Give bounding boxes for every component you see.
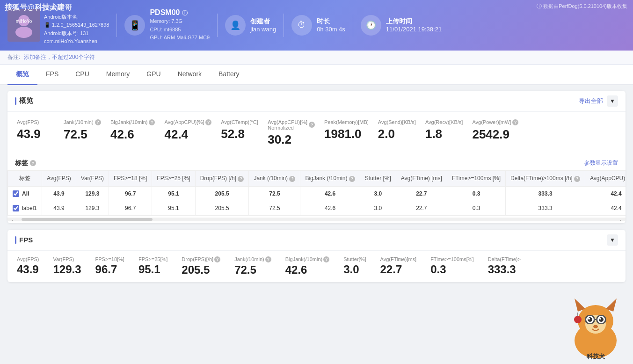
cell-jank: 72.5 [249, 186, 300, 201]
overview-stats-row: Avg(FPS) 43.9 Jank(/10min) ? 72.5 BigJan… [7, 112, 626, 154]
col-header-jank: Jank (/10min) ? [249, 170, 300, 186]
app-header: 搜狐号@科技犬建哥 miHoYo miHoYo Android版本名: 📱 1.… [0, 0, 633, 51]
params-settings-link[interactable]: 参数显示设置 [584, 159, 618, 167]
header-meta: ⓘ 数据由PerfDog(5.0.210104)版本收集 [537, 3, 627, 10]
upload-icon: 🕐 [361, 15, 381, 36]
duration-icon: ⏱ [291, 15, 312, 36]
tab-cpu[interactable]: CPU [67, 65, 98, 85]
cell-avg-fps: 43.9 [42, 186, 76, 201]
stat-appcpu: Avg(AppCPU)[%] ? 42.4 [164, 119, 211, 147]
notes-label: 备注: [7, 53, 20, 61]
col-header-label: 标签 [8, 170, 42, 186]
power-help-icon[interactable]: ? [512, 119, 518, 125]
fps-stat-delta-ftime: Delta(FTime)> 333.3 [488, 256, 521, 277]
labels-table-container[interactable]: 标签 Avg(FPS) Var(FPS) FPS>=18 [%] FPS>=25… [7, 170, 626, 216]
tab-network[interactable]: Network [169, 65, 210, 85]
creator-value: jian wang [250, 26, 276, 33]
android-version-label: Android版本名: [44, 13, 109, 22]
col-header-fps25: FPS>=25 [%] [152, 170, 195, 186]
watermark-text: 搜狐号@科技犬建哥 [5, 3, 72, 13]
fps-stat-drop-fps: Drop(FPS)[/h] ? 205.5 [182, 256, 220, 277]
tab-bar: 概览 FPS CPU Memory GPU Network Battery [0, 65, 633, 85]
cell-fps18: 96.7 [109, 186, 152, 201]
cell-fps25: 95.1 [152, 186, 195, 201]
cell-bigjank: 42.6 [300, 186, 360, 201]
stat-avg-send: Avg(Send)[KB/s] 2.0 [378, 119, 416, 147]
device-specs: Memory: 7.3G CPU: mt6885 GPU: ARM Mali-G… [150, 17, 210, 42]
cell-ftime100: 0.3 [447, 186, 505, 201]
package-name: com.miHoYo.Yuanshen [44, 37, 109, 46]
main-content: 概览 导出全部 ▼ Avg(FPS) 43.9 Jank(/10min) ? 7… [0, 85, 633, 294]
tab-memory[interactable]: Memory [98, 65, 138, 85]
header-divider-2 [217, 14, 218, 37]
row-all-checkbox[interactable] [13, 190, 19, 197]
duration-stat: ⏱ 时长 0h 30m 4s [291, 15, 345, 36]
col-header-delta-ftime: Delta(FTime)>100ms [/h] ? [506, 170, 585, 186]
tab-overview[interactable]: 概览 [7, 65, 37, 85]
col-header-fps18: FPS>=18 [%] [109, 170, 152, 186]
fps-stat-ftime100: FTime>=100ms[%] 0.3 [430, 256, 474, 277]
normalized-help-icon[interactable]: ? [309, 122, 315, 128]
fps-stat-fps18: FPS>=18[%] 96.7 [95, 256, 124, 277]
labels-help-icon[interactable]: ? [30, 160, 36, 166]
add-notes-link[interactable]: 添加备注，不超过200个字符 [24, 53, 95, 61]
export-button[interactable]: 导出全部 [579, 97, 603, 105]
fps-stat-bigjank: BigJank(/10min) ? 42.6 [285, 256, 329, 277]
fps-stat-stutter: Stutter[%] 3.0 [343, 256, 366, 277]
android-version-value: 📱 1.2.0_1565149_1627898 [44, 21, 109, 29]
overview-section: 概览 导出全部 ▼ Avg(FPS) 43.9 Jank(/10min) ? 7… [7, 91, 626, 223]
creator-label: 创建者 [250, 17, 276, 26]
duration-value: 0h 30m 4s [317, 26, 345, 33]
jank-help-icon[interactable]: ? [95, 119, 101, 125]
stat-avg-fps: Avg(FPS) 43.9 [17, 119, 54, 147]
row-label1-checkbox[interactable] [13, 205, 19, 211]
fps-title: FPS [15, 236, 33, 244]
fps-section: FPS ▼ Avg(FPS) 43.9 Var(FPS) 129.3 FPS>=… [7, 230, 626, 282]
creator-icon: 👤 [225, 15, 246, 36]
header-divider-3 [284, 14, 284, 37]
row-label1-label: label1 [8, 201, 42, 215]
duration-info: 时长 0h 30m 4s [317, 17, 345, 33]
row-all-label: All [8, 186, 42, 201]
creator-stat: 👤 创建者 jian wang [225, 15, 276, 36]
fps-stat-avg-ftime: Avg(FTime)[ms] 22.7 [380, 256, 417, 277]
bigjank-help-icon[interactable]: ? [149, 119, 155, 125]
stat-peak-memory: Peak(Memory)[MB] 1981.0 [324, 119, 369, 147]
cell-avg-appcpu: 42.4 [585, 186, 626, 201]
title-bar-decoration [15, 97, 16, 105]
tab-fps[interactable]: FPS [37, 65, 67, 85]
tab-battery[interactable]: Battery [210, 65, 247, 85]
col-header-avg-fps: Avg(FPS) [42, 170, 76, 186]
table-scrollbar[interactable]: ‹ › [7, 218, 626, 221]
col-header-ftime100: FTime>=100ms [%] [447, 170, 505, 186]
stat-ctemp: Avg(CTemp)[°C] 52.8 [221, 119, 258, 147]
header-divider-4 [353, 14, 353, 37]
row-all-name: All [22, 190, 29, 197]
labels-header: 标签 ? 参数显示设置 [7, 154, 626, 170]
table-row: label1 43.9 129.3 96.7 95.1 205.5 72.5 4… [8, 201, 626, 215]
notes-bar: 备注: 添加备注，不超过200个字符 [0, 51, 633, 65]
scroll-left-arrow[interactable]: ‹ [11, 218, 14, 221]
upload-value: 11/01/2021 19:38:21 [386, 26, 442, 33]
fps-dropdown-btn[interactable]: ▼ [607, 234, 618, 246]
col-header-avg-ftime: Avg(FTime) [ms] [396, 170, 447, 186]
cell-delta-ftime: 333.3 [506, 186, 585, 201]
fps-stats-row: Avg(FPS) 43.9 Var(FPS) 129.3 FPS>=18[%] … [7, 251, 626, 282]
appcpu-help-icon[interactable]: ? [205, 119, 211, 125]
device-icon: 📱 [124, 15, 145, 36]
creator-info: 创建者 jian wang [250, 17, 276, 33]
col-header-var-fps: Var(FPS) [76, 170, 109, 186]
fps-stat-var-fps: Var(FPS) 129.3 [53, 256, 81, 277]
col-header-stutter: Stutter [%] [360, 170, 396, 186]
stat-normalized-cpu: Avg(AppCPU)[%]Normalized ? 30.2 [268, 119, 315, 147]
overview-dropdown-btn[interactable]: ▼ [607, 95, 618, 107]
tab-gpu[interactable]: GPU [138, 65, 169, 85]
cell-drop-fps: 205.5 [195, 186, 249, 201]
scrollbar-thumb[interactable] [22, 218, 153, 221]
scroll-right-arrow[interactable]: › [619, 218, 622, 221]
upload-stat: 🕐 上传时间 11/01/2021 19:38:21 [361, 15, 442, 36]
stat-avg-power: Avg(Power)[mW] ? 2542.9 [472, 119, 518, 147]
header-divider-1 [116, 14, 117, 37]
col-header-drop-fps: Drop(FPS) [/h] ? [195, 170, 249, 186]
table-row: All 43.9 129.3 96.7 95.1 205.5 72.5 42.6… [8, 186, 626, 201]
